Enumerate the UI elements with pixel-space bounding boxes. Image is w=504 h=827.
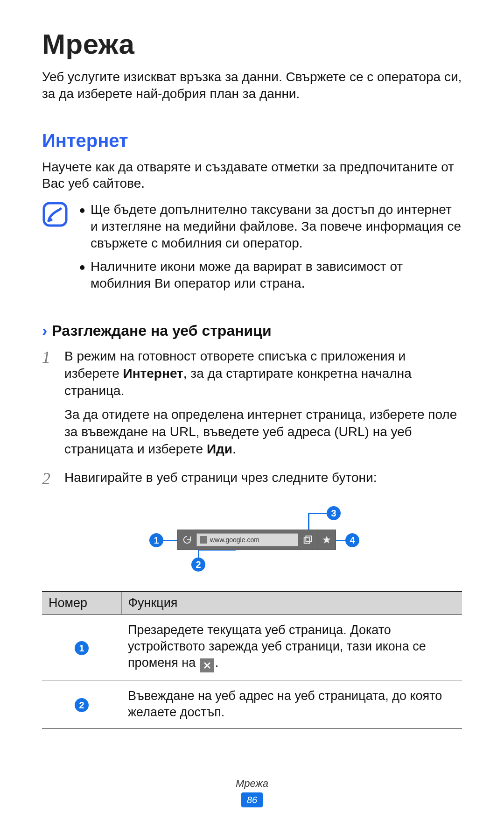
callout-badge-1: 1 <box>149 533 163 547</box>
note-block: Ще бъдете допълнително таксувани за дост… <box>42 201 462 298</box>
browser-bar-diagram: 1 2 3 4 www.google.com <box>131 506 373 572</box>
row-badge: 1 <box>75 641 89 655</box>
row-badge: 2 <box>75 698 89 712</box>
page-title: Мрежа <box>42 28 462 60</box>
step-text: В режим на готовност отворете списъка с … <box>64 348 462 400</box>
step-2: 2 Навигирайте в уеб страници чрез следни… <box>42 469 462 493</box>
step-text: Навигирайте в уеб страници чрез следните… <box>64 469 377 487</box>
svg-rect-0 <box>44 203 66 226</box>
step-1: 1 В режим на готовност отворете списъка … <box>42 348 462 465</box>
url-text: www.google.com <box>210 536 259 544</box>
star-icon <box>317 530 336 550</box>
cancel-icon <box>200 658 214 672</box>
chevron-icon: › <box>42 321 47 339</box>
section-lead: Научете как да отваряте и създавате отме… <box>42 159 462 192</box>
svg-rect-2 <box>306 536 311 542</box>
section-heading-internet: Интернет <box>42 130 462 151</box>
table-row: 2 Въвеждане на уеб адрес на уеб страница… <box>42 680 462 728</box>
intro-text: Уеб услугите изискват връзка за данни. С… <box>42 69 462 102</box>
favicon-icon <box>200 536 207 544</box>
note-item: Наличните икони може да варират в зависи… <box>77 258 462 292</box>
page-footer: Мрежа 86 <box>0 778 504 807</box>
footer-title: Мрежа <box>236 778 268 790</box>
step-text: За да отидете на определена интернет стр… <box>64 406 462 458</box>
callout-badge-3: 3 <box>327 506 341 520</box>
table-row: 1 Презаредете текущата уеб страница. Док… <box>42 615 462 680</box>
row-text: Въвеждане на уеб адрес на уеб страницата… <box>121 680 462 728</box>
step-number: 1 <box>42 348 54 465</box>
table-header-number: Номер <box>42 592 121 615</box>
note-item: Ще бъдете допълнително таксувани за дост… <box>77 201 462 251</box>
note-icon <box>42 201 68 227</box>
callout-badge-4: 4 <box>345 533 359 547</box>
table-header-function: Функция <box>121 592 462 615</box>
subsection-heading: Разглеждане на уеб страници <box>52 322 271 339</box>
functions-table: Номер Функция 1 Презаредете текущата уеб… <box>42 591 462 728</box>
windows-icon <box>298 530 317 550</box>
browser-toolbar: www.google.com <box>177 530 336 550</box>
row-text: Презаредете текущата уеб страница. Докат… <box>121 615 462 680</box>
svg-rect-1 <box>304 538 310 544</box>
step-number: 2 <box>42 469 54 493</box>
refresh-icon <box>178 530 196 550</box>
page-number-badge: 86 <box>241 792 263 807</box>
callout-badge-2: 2 <box>191 558 205 572</box>
url-field: www.google.com <box>196 533 298 546</box>
